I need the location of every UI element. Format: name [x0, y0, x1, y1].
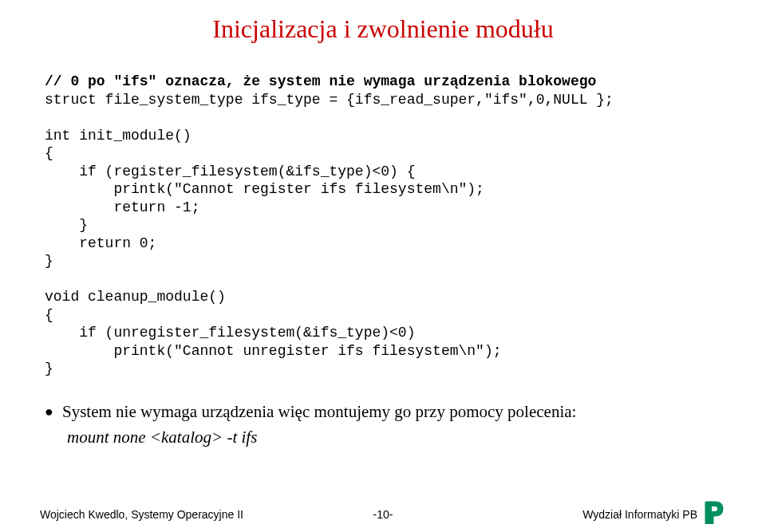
university-logo-icon	[704, 500, 726, 524]
footer-right: Wydział Informatyki PB	[582, 508, 697, 521]
code-line: {	[45, 145, 53, 161]
bullet-item: ● System nie wymaga urządzenia więc mont…	[45, 400, 726, 423]
code-block: // 0 po "ifs" oznacza, że system nie wym…	[45, 73, 726, 378]
code-line: printk("Cannot register ifs filesystem\n…	[45, 181, 484, 197]
slide: Inicjalizacja i zwolnienie modułu // 0 p…	[0, 0, 766, 532]
code-line: }	[45, 361, 53, 376]
code-line: }	[45, 253, 53, 269]
bullet-block: ● System nie wymaga urządzenia więc mont…	[45, 400, 726, 447]
code-line: printk("Cannot unregister ifs filesystem…	[45, 343, 502, 359]
code-line: int init_module()	[45, 128, 192, 144]
code-line: if (register_filesystem(&ifs_type)<0) {	[45, 164, 415, 179]
code-line: struct file_system_type ifs_type = {ifs_…	[45, 92, 614, 108]
code-line: void cleanup_module()	[45, 289, 226, 305]
bullet-subline: mount none <katalog> -t ifs	[67, 428, 726, 447]
code-line: {	[45, 307, 53, 323]
bullet-dot-icon: ●	[45, 400, 62, 423]
code-comment: // 0 po "ifs" oznacza, że system nie wym…	[45, 73, 596, 89]
code-line: return -1;	[45, 199, 199, 215]
code-line: }	[45, 217, 88, 233]
bullet-text: System nie wymaga urządzenia więc montuj…	[62, 400, 726, 423]
code-line: return 0;	[45, 235, 156, 251]
code-line: if (unregister_filesystem(&ifs_type)<0)	[45, 325, 415, 341]
slide-title: Inicjalizacja i zwolnienie modułu	[40, 14, 726, 44]
